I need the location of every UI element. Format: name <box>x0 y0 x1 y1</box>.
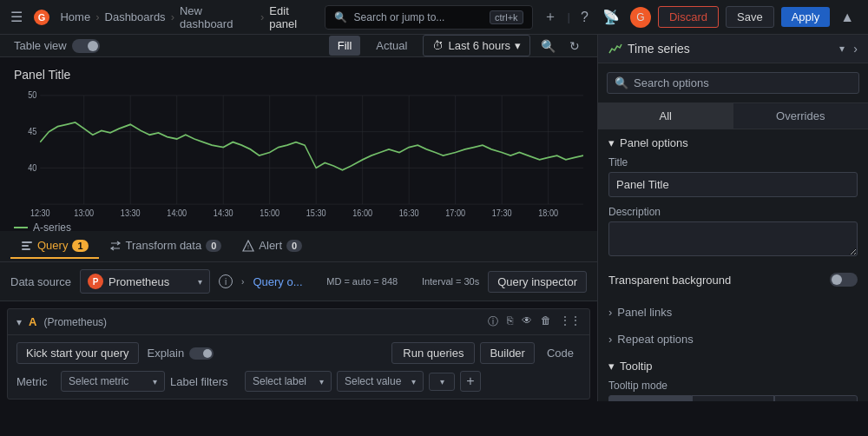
builder-button[interactable]: Builder <box>480 342 534 364</box>
table-view-toggle-group: Table view <box>14 39 100 53</box>
transparent-bg-toggle[interactable] <box>830 273 858 287</box>
metric-label: Metric <box>16 375 56 388</box>
query-delete-icon[interactable]: 🗑 <box>541 314 551 329</box>
description-textarea[interactable] <box>608 221 858 256</box>
table-view-label: Table view <box>14 39 67 52</box>
add-button[interactable]: ＋ <box>540 4 561 30</box>
svg-rect-32 <box>22 241 32 243</box>
chart-area: Panel Title 50 45 40 <box>0 57 597 231</box>
apply-button[interactable]: Apply <box>781 7 831 27</box>
panel-links-label: Panel links <box>617 306 672 319</box>
time-range-button[interactable]: ⏱ Last 6 hours ▾ <box>423 35 530 56</box>
actual-button[interactable]: Actual <box>367 36 416 56</box>
refresh-icon[interactable]: ↻ <box>566 36 583 56</box>
svg-text:17:00: 17:00 <box>445 208 465 219</box>
query-collapse-icon[interactable]: ▾ <box>16 316 22 328</box>
tab-transform[interactable]: Transform data 0 <box>99 234 233 259</box>
query-inspector-button[interactable]: Query inspector <box>488 271 587 293</box>
add-filter-button[interactable]: + <box>460 371 481 392</box>
query-label[interactable]: Query o... <box>253 275 302 288</box>
search-bar[interactable]: 🔍 Search or jump to... ctrl+k <box>325 5 533 30</box>
zoom-out-icon[interactable]: 🔍 <box>537 36 559 56</box>
metric-select[interactable]: Select metric ▾ <box>61 371 165 392</box>
chart-svg: 50 45 40 <box>14 85 583 220</box>
options-search: 🔍 Search options <box>598 63 868 103</box>
repeat-options-label: Repeat options <box>617 333 693 346</box>
kickstart-button[interactable]: Kick start your query <box>16 342 139 364</box>
svg-rect-33 <box>22 245 29 247</box>
query-chevron: › <box>241 277 244 287</box>
viz-expand-icon[interactable]: › <box>853 42 858 56</box>
tooltip-mode-buttons: Single All Hidden <box>608 395 858 401</box>
viz-selector[interactable]: Time series ▾ › <box>598 35 868 63</box>
repeat-options-row[interactable]: › Repeat options <box>598 326 868 353</box>
notifications-icon[interactable]: 📡 <box>599 5 623 29</box>
svg-text:15:00: 15:00 <box>260 208 279 219</box>
breadcrumb-new-dashboard[interactable]: New dashboard <box>180 4 255 30</box>
query-drag-icon[interactable]: ⋮⋮ <box>560 314 581 329</box>
tooltip-mode-single[interactable]: Single <box>608 395 692 401</box>
tab-alert[interactable]: ! Alert 0 <box>232 234 312 259</box>
explain-toggle-knob <box>203 349 212 358</box>
tab-overrides[interactable]: Overrides <box>733 103 869 129</box>
tab-transform-badge: 0 <box>206 240 221 252</box>
tab-all[interactable]: All <box>598 103 733 129</box>
query-icon <box>21 240 33 252</box>
tab-query[interactable]: Query 1 <box>10 234 99 259</box>
panel-links-expand: › <box>608 306 612 319</box>
run-queries-button[interactable]: Run queries <box>391 342 475 364</box>
avatar[interactable]: G <box>630 7 651 28</box>
value-select[interactable]: Select value ▾ <box>337 371 424 392</box>
panel-links-row[interactable]: › Panel links <box>598 299 868 326</box>
hamburger-menu[interactable]: ☰ <box>10 9 23 25</box>
title-field-row: Title <box>608 156 858 197</box>
tooltip-header[interactable]: ▾ Tooltip <box>598 353 868 380</box>
datasource-select[interactable]: P Prometheus ▾ <box>80 269 210 294</box>
query-actions: Run queries Builder Code <box>391 342 581 364</box>
svg-text:15:30: 15:30 <box>306 208 326 219</box>
breadcrumb-home[interactable]: Home <box>60 10 90 23</box>
search-options-input[interactable]: 🔍 Search options <box>607 72 859 94</box>
panel-title: Panel Title <box>14 68 583 82</box>
explain-toggle[interactable] <box>189 347 214 360</box>
table-view-toggle[interactable] <box>72 39 100 53</box>
title-input[interactable] <box>608 172 858 197</box>
toggle-knob <box>88 41 98 51</box>
tab-alert-badge: 0 <box>286 240 302 252</box>
value-placeholder: Select value <box>345 375 401 387</box>
discard-button[interactable]: Discard <box>658 6 719 28</box>
nav-right: ＋ | ? 📡 G Discard Save Apply ▲ <box>540 4 858 30</box>
breadcrumb-dashboards[interactable]: Dashboards <box>105 10 166 23</box>
svg-text:16:00: 16:00 <box>352 208 372 219</box>
query-info-icon[interactable]: ⓘ <box>488 314 498 329</box>
code-button[interactable]: Code <box>540 342 581 364</box>
collapse-icon[interactable]: ▲ <box>837 6 858 29</box>
label-select[interactable]: Select label ▾ <box>245 371 332 392</box>
query-editor: ▾ A (Prometheus) ⓘ ⎘ 👁 🗑 ⋮⋮ Kick start y… <box>7 308 590 400</box>
help-icon[interactable]: ? <box>577 6 592 29</box>
extra-select[interactable]: ▾ <box>429 373 455 391</box>
tooltip-mode-row: Tooltip mode Single All Hidden <box>608 380 858 401</box>
query-editor-icons: ⓘ ⎘ 👁 🗑 ⋮⋮ <box>488 314 581 329</box>
datasource-row: Data source P Prometheus ▾ i › Query o..… <box>0 262 597 301</box>
time-range-label: Last 6 hours <box>448 39 510 52</box>
metric-chevron: ▾ <box>153 377 157 386</box>
time-series-icon <box>608 42 622 56</box>
panel-options-header[interactable]: ▾ Panel options <box>598 129 868 156</box>
breadcrumb-sep-2: › <box>171 10 174 23</box>
datasource-info-icon[interactable]: i <box>219 274 233 288</box>
fill-button[interactable]: Fill <box>329 36 361 56</box>
save-button[interactable]: Save <box>726 6 774 28</box>
search-options-placeholder: Search options <box>634 76 709 89</box>
transparent-bg-row: Transparent background <box>608 268 858 292</box>
nav-left: ☰ G Home › Dashboards › New dashboard › … <box>10 4 318 30</box>
tab-query-badge: 1 <box>72 240 88 252</box>
query-visibility-icon[interactable]: 👁 <box>522 314 532 329</box>
query-copy-icon[interactable]: ⎘ <box>507 314 513 329</box>
tooltip-mode-all[interactable]: All <box>692 395 775 401</box>
app-logo: G <box>31 7 51 28</box>
tooltip-mode-hidden[interactable]: Hidden <box>774 395 858 401</box>
svg-text:12:30: 12:30 <box>30 208 50 219</box>
repeat-options-expand: › <box>608 333 612 346</box>
topnav-sep-1: | <box>568 10 570 23</box>
